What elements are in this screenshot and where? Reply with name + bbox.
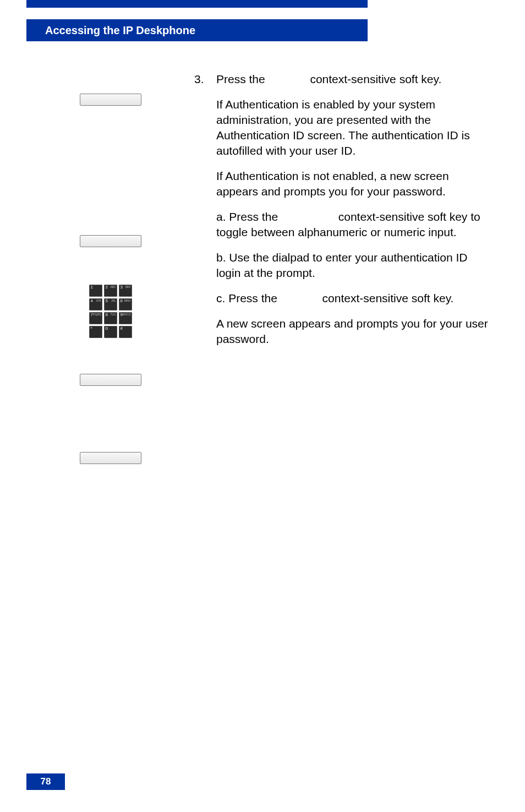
page-number: 78 — [26, 773, 65, 790]
step-sub-a: a. Press the context-sensitive soft key … — [216, 209, 492, 240]
dialpad-key — [119, 298, 132, 310]
softkey-button-2 — [80, 235, 141, 247]
softkey-button-1 — [80, 94, 141, 106]
text-fragment: c. Press the — [216, 292, 281, 304]
section-header: Accessing the IP Deskphone — [26, 19, 368, 41]
text-fragment: Press the — [216, 73, 269, 85]
dialpad-key — [119, 312, 132, 324]
section-header-title: Accessing the IP Deskphone — [45, 24, 195, 37]
step-body: Press the context-sensitive soft key. If… — [216, 72, 492, 347]
page-content: 3. Press the context-sensitive soft key.… — [26, 72, 492, 746]
softkey-button-4 — [80, 452, 141, 464]
dialpad-key — [89, 298, 102, 310]
dialpad-key — [104, 326, 117, 338]
dialpad-key — [104, 298, 117, 310]
step-line-1: Press the context-sensitive soft key. — [216, 72, 492, 87]
dialpad-key — [104, 312, 117, 324]
step-number: 3. — [194, 72, 216, 347]
instruction-column: 3. Press the context-sensitive soft key.… — [194, 72, 492, 464]
text-fragment: a. Press the — [216, 210, 281, 223]
step-para-3: A new screen appears and prompts you for… — [216, 316, 492, 347]
top-accent-strip — [26, 0, 368, 8]
step-sub-b: b. Use the dialpad to enter your authent… — [216, 250, 492, 281]
step-para-1: If Authentication is enabled by your sys… — [216, 97, 492, 159]
illustration-column — [26, 72, 194, 464]
text-fragment: context-sensitive soft key. — [322, 292, 454, 304]
dialpad-key — [119, 326, 132, 338]
dialpad-key — [119, 285, 132, 297]
step-3: 3. Press the context-sensitive soft key.… — [194, 72, 492, 347]
step-para-2: If Authentication is not enabled, a new … — [216, 168, 492, 199]
step-sub-c: c. Press the context-sensitive soft key. — [216, 291, 492, 306]
dialpad-key — [89, 312, 102, 324]
text-fragment: context-sensitive soft key. — [310, 73, 441, 85]
dialpad-key — [89, 326, 102, 338]
dialpad-illustration — [89, 285, 133, 338]
dialpad-key — [104, 285, 117, 297]
softkey-button-3 — [80, 374, 141, 386]
dialpad-key — [89, 285, 102, 297]
page-number-value: 78 — [41, 776, 51, 787]
